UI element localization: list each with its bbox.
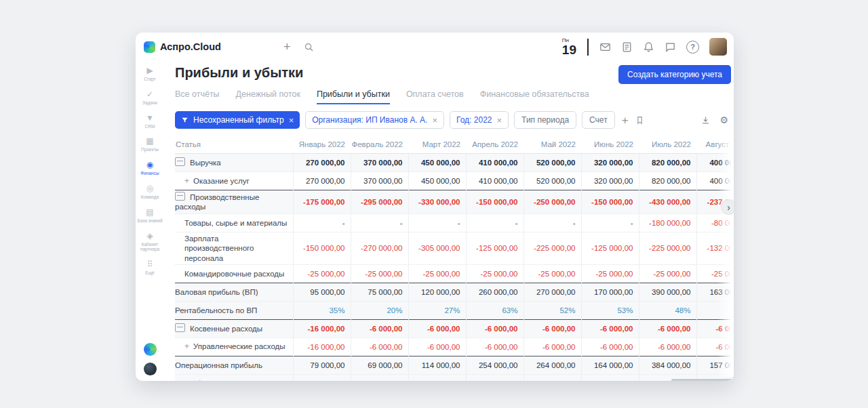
table-row[interactable]: Валовая прибыль (ВП)95 000,0075 000,0012… <box>175 283 734 301</box>
value-cell: -150 000,00 <box>581 190 639 214</box>
filter-chips: Организация: ИП Иванов А. А.×Год: 2022× <box>305 111 509 129</box>
quick-add-button[interactable]: + <box>283 41 291 53</box>
value-cell: 270 000,00 <box>524 283 581 301</box>
sidebar-item-crm-funnel[interactable]: ▼CRM <box>136 114 164 129</box>
table-row[interactable]: Товары, сырье и материалы-------180 000,… <box>175 213 734 232</box>
table-row[interactable]: Зарплата производственного персонала-150… <box>175 232 734 264</box>
period-type-select[interactable]: Тип периода <box>514 111 576 129</box>
download-icon[interactable] <box>701 115 711 125</box>
tab-active[interactable]: Прибыли и убытки <box>317 89 390 104</box>
value-cell: 270 000,00 <box>293 172 351 190</box>
table-row[interactable]: Операционная прибыль79 000,0069 000,0011… <box>175 356 734 374</box>
sidebar-items: ▶Старт✓Задачи▼CRM▦Проекты◉Финансы◎Команд… <box>136 66 164 284</box>
bookmark-icon[interactable] <box>635 116 644 125</box>
app-window: Аспро.Cloud + Пн 19 ? <box>136 33 734 381</box>
value-cell: 320 000,00 <box>581 172 639 190</box>
sidebar-item-tasks[interactable]: ✓Задачи <box>136 90 164 106</box>
value-cell: 400 000,00 <box>696 172 734 190</box>
value-cell: -25 000,00 <box>524 264 581 283</box>
table-body: Выручка270 000,00370 000,00450 000,00410… <box>175 154 734 382</box>
value-cell: 19% <box>351 374 408 381</box>
sidebar-item-label: База знаний <box>136 218 163 224</box>
collapse-section-icon[interactable] <box>175 323 185 332</box>
sidebar-item-projects[interactable]: ▦Проекты <box>136 137 164 152</box>
value-cell: -25 000,00 <box>466 264 524 283</box>
collapse-section-icon[interactable] <box>175 192 185 201</box>
table-row[interactable]: +Оказание услуг270 000,00370 000,00450 0… <box>175 172 734 190</box>
filter-chip[interactable]: Организация: ИП Иванов А. А.× <box>305 111 444 129</box>
tab-inactive[interactable]: Оплата счетов <box>406 89 464 104</box>
help-icon[interactable]: ? <box>686 41 699 54</box>
account-select[interactable]: Счет <box>582 111 615 129</box>
sidebar-item-partner-cabinet[interactable]: ◈Кабинет партнера <box>136 232 164 253</box>
tab-inactive[interactable]: Финансовые обязательства <box>480 89 589 104</box>
value-cell: -125 000,00 <box>581 232 639 264</box>
value-cell: -25 000,00 <box>696 264 734 283</box>
filter-chip[interactable]: Год: 2022× <box>450 111 509 129</box>
month-column-header: Август 2022 <box>696 136 734 154</box>
chat-icon[interactable] <box>665 41 676 53</box>
value-cell: -16 000,00 <box>293 338 351 356</box>
support-icon[interactable] <box>144 363 157 375</box>
aspro-logo-icon[interactable] <box>144 41 155 53</box>
day-number: 19 <box>562 43 576 56</box>
user-avatar[interactable] <box>709 38 727 56</box>
table-row[interactable]: Косвенные расходы-16 000,00-6 000,00-6 0… <box>175 319 734 338</box>
value-cell: -16 000,00 <box>293 319 351 338</box>
value-cell: -305 000,00 <box>408 232 466 264</box>
settings-gear-icon[interactable]: ⚙ <box>719 115 728 125</box>
scroll-columns-right-button[interactable]: › <box>721 199 734 215</box>
value-cell: -6 000,00 <box>408 338 466 356</box>
horizontal-scrollbar[interactable] <box>671 379 732 381</box>
sidebar-item-label: Финансы <box>140 171 159 176</box>
clear-filter-icon[interactable]: × <box>289 115 294 125</box>
sidebar-item-finance[interactable]: ◉Финансы <box>136 161 164 176</box>
logo-text[interactable]: Аспро.Cloud <box>160 41 221 52</box>
value-cell: 260 000,00 <box>466 283 524 301</box>
row-label: Операционная прибыль <box>175 356 293 374</box>
sidebar-item-knowledge-base[interactable]: ▤База знаний <box>136 208 164 224</box>
month-column-header: Февраль 2022 <box>351 136 408 154</box>
remove-chip-icon[interactable]: × <box>432 115 437 125</box>
search-icon[interactable] <box>304 42 314 52</box>
partner-cabinet-icon: ◈ <box>146 232 153 240</box>
sidebar-item-more-grid[interactable]: ⠿Ещё <box>136 260 164 276</box>
value-cell: 62% <box>466 374 524 381</box>
bell-icon[interactable] <box>643 41 654 53</box>
expand-row-icon[interactable]: + <box>184 176 189 186</box>
value-cell: 450 000,00 <box>408 154 466 172</box>
expand-row-icon[interactable]: + <box>184 342 189 351</box>
table-row[interactable]: Командировочные расходы-25 000,00-25 000… <box>175 264 734 283</box>
mail-icon[interactable] <box>599 41 611 53</box>
tab-inactive[interactable]: Денежный поток <box>236 89 300 104</box>
remove-chip-icon[interactable]: × <box>497 115 502 125</box>
month-column-header: Июль 2022 <box>639 136 696 154</box>
table-row[interactable]: Рентабельность по ВП35%20%27%63%52%53%48… <box>175 301 734 319</box>
table-row[interactable]: Выручка270 000,00370 000,00450 000,00410… <box>175 154 734 172</box>
value-cell: 520 000,00 <box>524 172 581 190</box>
unsaved-filter-button[interactable]: Несохраненный фильтр × <box>175 111 300 129</box>
projects-icon: ▦ <box>146 137 153 145</box>
value-cell: -430 000,00 <box>639 190 696 214</box>
value-cell: -6 000,00 <box>639 338 696 356</box>
tab-inactive[interactable]: Все отчёты <box>175 89 220 104</box>
value-cell: -6 000,00 <box>524 319 581 338</box>
row-label: Зарплата производственного персонала <box>175 232 293 264</box>
sidebar-item-start[interactable]: ▶Старт <box>136 66 164 82</box>
notes-icon[interactable] <box>621 41 633 53</box>
create-category-button[interactable]: Создать категорию учета <box>618 65 731 84</box>
value-cell: 95 000,00 <box>293 283 351 301</box>
value-cell: -6 000,00 <box>408 319 466 338</box>
calendar-date[interactable]: Пн 19 <box>562 38 576 56</box>
page-head: Прибыли и убытки Создать категорию учета <box>175 58 734 84</box>
row-label: +Оказание услуг <box>175 172 293 190</box>
collapse-section-icon[interactable] <box>175 157 185 166</box>
aspro-badge-icon[interactable] <box>144 343 157 356</box>
sidebar-item-team[interactable]: ◎Команда <box>136 184 164 200</box>
page-title: Прибыли и убытки <box>175 65 303 81</box>
table-row[interactable]: Производственные расходы-175 000,00-295 … <box>175 190 734 214</box>
table-row[interactable]: Рентабельность по ОП29%19%25%62%51%51%47… <box>175 374 734 381</box>
add-filter-icon[interactable]: + <box>622 115 629 126</box>
table-row[interactable]: +Управленческие расходы-16 000,00-6 000,… <box>175 338 734 356</box>
value-cell: - <box>351 213 408 232</box>
